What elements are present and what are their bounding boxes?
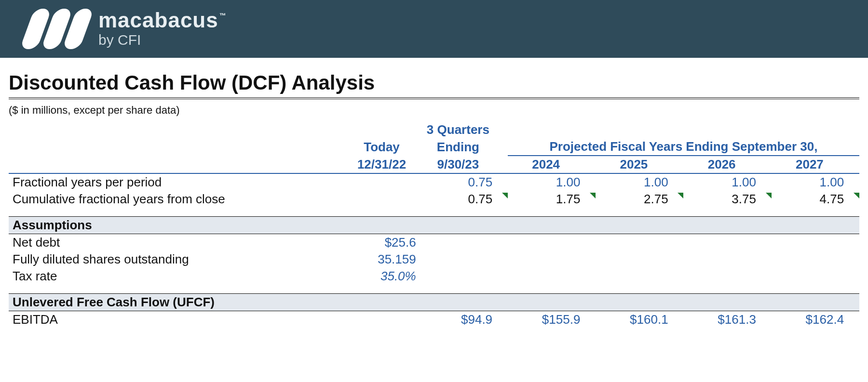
brand-header: macabacus™ by CFI (0, 0, 868, 58)
val-ebitda-2025: $160.1 (596, 311, 672, 329)
brand-logo: macabacus™ by CFI (27, 9, 226, 49)
ufcf-header: Unlevered Free Cash Flow (UFCF) (9, 294, 859, 311)
hdr-stub-date: 9/30/23 (420, 156, 496, 173)
row-fractional-years: Fractional years per period 0.75 1.00 1.… (9, 173, 859, 191)
val-frac-2024: 1.00 (508, 173, 584, 191)
hdr-year-2025: 2025 (596, 156, 672, 173)
hdr-today: Today (343, 138, 420, 156)
label-fractional-years: Fractional years per period (9, 173, 343, 191)
row-net-debt: Net debt $25.6 (9, 234, 859, 251)
hdr-year-2026: 2026 (683, 156, 760, 173)
row-cumulative-fractional: Cumulative fractional years from close 0… (9, 191, 859, 208)
label-cum-frac: Cumulative fractional years from close (9, 191, 343, 208)
hdr-projected: Projected Fiscal Years Ending September … (508, 138, 859, 156)
label-tax: Tax rate (9, 268, 343, 285)
units-note: ($ in millions, except per share data) (9, 104, 859, 117)
hdr-year-2027: 2027 (772, 156, 848, 173)
val-ebitda-stub: $94.9 (420, 311, 496, 329)
brand-name: macabacus (98, 8, 218, 32)
val-ebitda-2027: $162.4 (772, 311, 848, 329)
section-assumptions: Assumptions (9, 217, 859, 234)
label-ebitda: EBITDA (9, 311, 343, 329)
row-tax-rate: Tax rate 35.0% (9, 268, 859, 285)
val-ebitda-2024: $155.9 (508, 311, 584, 329)
title-divider (9, 97, 859, 99)
section-ufcf: Unlevered Free Cash Flow (UFCF) (9, 294, 859, 311)
cell-flag-icon (584, 191, 596, 208)
val-cum-2024: 1.75 (508, 191, 584, 208)
cell-flag-icon (760, 191, 772, 208)
label-net-debt: Net debt (9, 234, 343, 251)
brand-tm: ™ (219, 12, 227, 19)
hdr-stub-bot: Ending (420, 138, 496, 156)
cell-flag-icon (848, 191, 859, 208)
brand-mark-icon (27, 9, 87, 49)
val-frac-2025: 1.00 (596, 173, 672, 191)
val-ebitda-2026: $161.3 (683, 311, 760, 329)
val-frac-2027: 1.00 (772, 173, 848, 191)
dcf-table: 3 Quarters Today Ending Projected Fiscal… (9, 121, 859, 328)
brand-subtitle: by CFI (98, 32, 226, 48)
hdr-year-2024: 2024 (508, 156, 584, 173)
cell-flag-icon (496, 191, 508, 208)
val-frac-2026: 1.00 (683, 173, 760, 191)
val-cum-stub: 0.75 (420, 191, 496, 208)
hdr-stub-top: 3 Quarters (420, 121, 496, 138)
val-cum-2025: 2.75 (596, 191, 672, 208)
label-shares: Fully diluted shares outstanding (9, 251, 343, 268)
cell-flag-icon (672, 191, 684, 208)
val-cum-2026: 3.75 (683, 191, 760, 208)
val-frac-stub: 0.75 (420, 173, 496, 191)
row-ebitda: EBITDA $94.9 $155.9 $160.1 $161.3 $162.4 (9, 311, 859, 329)
val-net-debt: $25.6 (343, 234, 420, 251)
assumptions-header: Assumptions (9, 217, 859, 234)
page-title: Discounted Cash Flow (DCF) Analysis (9, 71, 859, 94)
row-shares: Fully diluted shares outstanding 35.159 (9, 251, 859, 268)
hdr-today-date: 12/31/22 (343, 156, 420, 173)
val-shares: 35.159 (343, 251, 420, 268)
val-tax: 35.0% (343, 268, 420, 285)
val-cum-2027: 4.75 (772, 191, 848, 208)
